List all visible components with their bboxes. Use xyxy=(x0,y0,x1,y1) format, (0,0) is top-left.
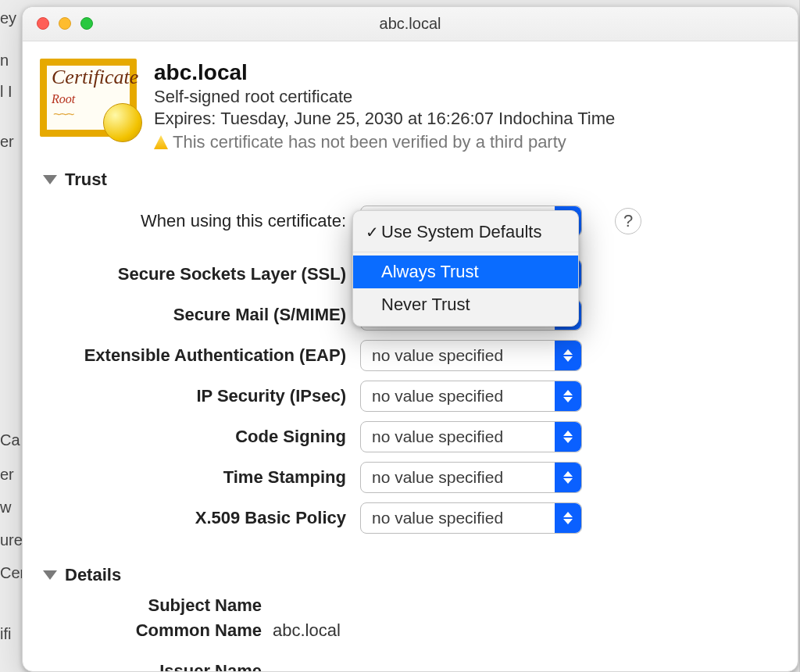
chevrons-icon xyxy=(555,341,581,370)
close-window-button[interactable] xyxy=(37,17,49,30)
certificate-title: abc.local xyxy=(154,60,776,85)
certificate-icon: Certificate Root ~~~ xyxy=(40,59,137,137)
details-rows: Subject Name Common Name abc.local Issue… xyxy=(40,593,776,672)
seal-icon xyxy=(103,103,142,142)
trust-row-x509: X.509 Basic Policy no value specified xyxy=(40,498,776,538)
chevrons-icon xyxy=(555,463,581,492)
subject-common-name-value: abc.local xyxy=(273,620,341,641)
select-value: no value specified xyxy=(372,468,503,487)
cert-icon-root: Root xyxy=(52,92,75,106)
subject-name-heading: Subject Name xyxy=(40,593,776,618)
trust-label-x509: X.509 Basic Policy xyxy=(40,508,351,528)
subject-common-name-label: Common Name xyxy=(40,620,273,641)
window-content: Certificate Root ~~~ abc.local Self-sign… xyxy=(23,41,798,672)
trust-select-eap[interactable]: no value specified xyxy=(360,340,582,371)
popup-item-system-defaults[interactable]: ✓ Use System Defaults xyxy=(353,216,578,248)
trust-help-button[interactable]: ? xyxy=(615,208,641,234)
popup-item-label: Always Trust xyxy=(381,262,479,282)
background-window-fragments: ey n l I er Ca er w ure Cer ifi xyxy=(0,0,23,672)
popup-item-label: Use System Defaults xyxy=(381,222,541,242)
disclosure-triangle-icon xyxy=(43,175,57,184)
certificate-expires: Expires: Tuesday, June 25, 2030 at 16:26… xyxy=(154,109,776,129)
trust-select-codesign[interactable]: no value specified xyxy=(360,421,582,452)
chevrons-icon xyxy=(555,381,581,411)
details-section: Details Subject Name Common Name abc.loc… xyxy=(40,565,776,672)
select-value: no value specified xyxy=(372,346,503,365)
trust-label-codesign: Code Signing xyxy=(40,427,351,447)
window-titlebar[interactable]: abc.local xyxy=(23,7,798,41)
popup-separator xyxy=(353,252,578,252)
chevrons-icon xyxy=(555,422,581,452)
cert-icon-swirl: ~~~ xyxy=(53,106,73,123)
subject-common-name-row: Common Name abc.local xyxy=(40,618,776,643)
issuer-name-label: Issuer Name xyxy=(40,661,273,672)
trust-select-ipsec[interactable]: no value specified xyxy=(360,381,582,412)
zoom-window-button[interactable] xyxy=(80,17,93,30)
popup-item-always-trust[interactable]: Always Trust xyxy=(353,256,578,288)
details-section-toggle[interactable]: Details xyxy=(40,565,776,585)
warning-icon xyxy=(154,135,168,149)
certificate-subtitle: Self-signed root certificate xyxy=(154,87,776,107)
subject-name-label: Subject Name xyxy=(40,595,273,616)
trust-select-x509[interactable]: no value specified xyxy=(360,502,582,534)
trust-when-using-label: When using this certificate: xyxy=(40,211,351,231)
backdrop: ey n l I er Ca er w ure Cer ifi abc.loca… xyxy=(0,0,800,672)
select-value: no value specified xyxy=(372,509,503,527)
trust-row-eap: Extensible Authentication (EAP) no value… xyxy=(40,335,776,376)
help-icon: ? xyxy=(623,211,633,231)
trust-label-ssl: Secure Sockets Layer (SSL) xyxy=(40,264,351,284)
window-title: abc.local xyxy=(380,15,441,33)
select-value: no value specified xyxy=(372,387,503,406)
popup-item-never-trust[interactable]: Never Trust xyxy=(353,288,578,321)
trust-label-timestamp: Time Stamping xyxy=(40,467,351,488)
minimize-window-button[interactable] xyxy=(59,17,71,30)
trust-row-ipsec: IP Security (IPsec) no value specified xyxy=(40,376,776,416)
certificate-header: Certificate Root ~~~ abc.local Self-sign… xyxy=(40,59,776,152)
issuer-name-heading: Issuer Name xyxy=(40,659,776,672)
trust-popup-menu: ✓ Use System Defaults Always Trust Never… xyxy=(352,210,579,327)
chevrons-icon xyxy=(555,503,581,533)
select-value: no value specified xyxy=(372,427,503,446)
trust-section-label: Trust xyxy=(65,170,107,190)
trust-label-smime: Secure Mail (S/MIME) xyxy=(40,305,351,325)
trust-label-eap: Extensible Authentication (EAP) xyxy=(40,345,351,366)
cert-icon-word: Certificate xyxy=(52,67,138,88)
trust-select-timestamp[interactable]: no value specified xyxy=(360,462,582,493)
checkmark-icon: ✓ xyxy=(362,223,381,241)
trust-label-ipsec: IP Security (IPsec) xyxy=(40,386,351,406)
details-section-label: Details xyxy=(65,565,121,585)
trust-row-codesign: Code Signing no value specified xyxy=(40,416,776,457)
keychain-certificate-window: abc.local Certificate Root ~~~ abc.local… xyxy=(22,6,798,672)
certificate-warning-text: This certificate has not been verified b… xyxy=(173,132,566,152)
certificate-warning: This certificate has not been verified b… xyxy=(154,132,776,152)
traffic-lights xyxy=(37,17,93,30)
trust-section-toggle[interactable]: Trust xyxy=(40,170,776,190)
certificate-header-text: abc.local Self-signed root certificate E… xyxy=(154,59,776,152)
popup-item-label: Never Trust xyxy=(381,295,470,315)
disclosure-triangle-icon xyxy=(43,570,57,580)
trust-row-timestamp: Time Stamping no value specified xyxy=(40,457,776,498)
